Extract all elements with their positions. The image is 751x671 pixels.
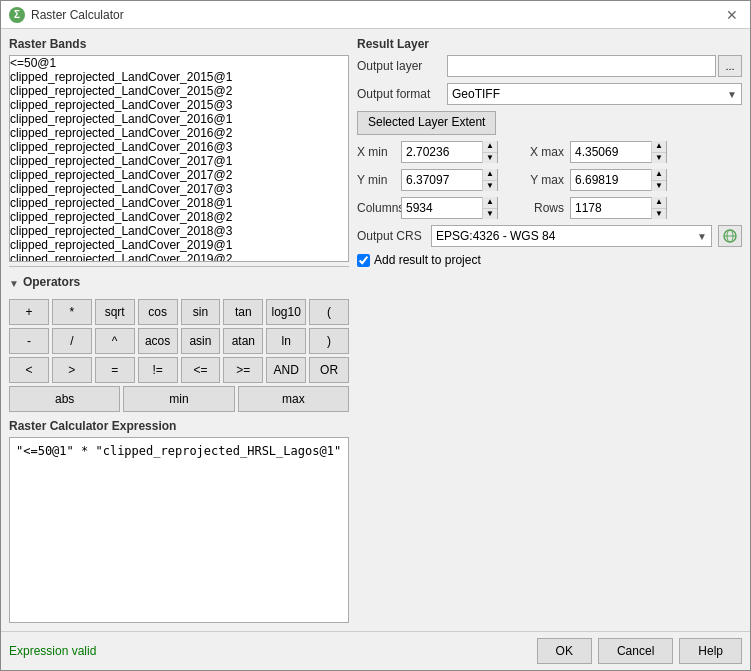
ok-button[interactable]: OK [537,638,592,664]
operator-button[interactable]: ) [309,328,349,354]
output-layer-input[interactable] [447,55,716,77]
rows-down[interactable]: ▼ [652,209,666,220]
crs-select-button[interactable] [718,225,742,247]
operator-button[interactable]: sin [181,299,221,325]
close-button[interactable]: ✕ [722,7,742,23]
operator-button[interactable]: != [138,357,178,383]
operators-header[interactable]: ▼ Operators [9,275,349,293]
xmin-down[interactable]: ▼ [483,153,497,164]
columns-input[interactable] [402,199,482,217]
operator-button[interactable]: <= [181,357,221,383]
output-layer-row: Output layer ... [357,55,742,77]
list-item[interactable]: clipped_reprojected_LandCover_2019@1 [10,238,348,252]
operator-button[interactable]: >= [223,357,263,383]
list-item[interactable]: clipped_reprojected_LandCover_2015@1 [10,70,348,84]
list-item[interactable]: clipped_reprojected_LandCover_2018@2 [10,210,348,224]
window-title: Raster Calculator [31,8,124,22]
list-item[interactable]: clipped_reprojected_LandCover_2016@2 [10,126,348,140]
operator-button[interactable]: AND [266,357,306,383]
ymax-down[interactable]: ▼ [652,181,666,192]
bottom-bar: Expression valid OK Cancel Help [1,631,750,670]
ymin-up[interactable]: ▲ [483,169,497,181]
crs-value: EPSG:4326 - WGS 84 [436,229,555,243]
operator-button[interactable]: ln [266,328,306,354]
list-item[interactable]: clipped_reprojected_LandCover_2016@1 [10,112,348,126]
list-item[interactable]: <=50@1 [10,56,348,70]
xmax-input-wrap: ▲ ▼ [570,141,667,163]
operator-button[interactable]: abs [9,386,120,412]
operator-button[interactable]: / [52,328,92,354]
rows-input[interactable] [571,199,651,217]
xmin-xmax-row: X min ▲ ▼ X max ▲ ▼ [357,141,742,163]
rows-up[interactable]: ▲ [652,197,666,209]
ymax-up[interactable]: ▲ [652,169,666,181]
xmax-down[interactable]: ▼ [652,153,666,164]
ymin-down[interactable]: ▼ [483,181,497,192]
operator-button[interactable]: acos [138,328,178,354]
main-content: Raster Bands <=50@1clipped_reprojected_L… [1,29,750,631]
right-panel: Result Layer Output layer ... Output for… [357,37,742,623]
columns-up[interactable]: ▲ [483,197,497,209]
expression-input[interactable]: "<=50@1" * "clipped_reprojected_HRSL_Lag… [9,437,349,624]
dialog-buttons: OK Cancel Help [537,638,742,664]
ymin-ymax-row: Y min ▲ ▼ Y max ▲ ▼ [357,169,742,191]
help-button[interactable]: Help [679,638,742,664]
ymin-spinners: ▲ ▼ [482,169,497,191]
list-item[interactable]: clipped_reprojected_LandCover_2019@2 [10,252,348,261]
expression-section: Raster Calculator Expression "<=50@1" * … [9,419,349,624]
list-item[interactable]: clipped_reprojected_LandCover_2015@3 [10,98,348,112]
operator-button[interactable]: OR [309,357,349,383]
crs-dropdown[interactable]: EPSG:4326 - WGS 84 ▼ [431,225,712,247]
columns-spinners: ▲ ▼ [482,197,497,219]
operator-button[interactable]: cos [138,299,178,325]
operator-button[interactable]: + [9,299,49,325]
add-result-label: Add result to project [374,253,481,267]
list-item[interactable]: clipped_reprojected_LandCover_2016@3 [10,140,348,154]
operator-button[interactable]: < [9,357,49,383]
operator-button[interactable]: sqrt [95,299,135,325]
operator-button[interactable]: log10 [266,299,306,325]
ymax-input[interactable] [571,171,651,189]
title-bar: Raster Calculator ✕ [1,1,750,29]
xmin-input[interactable] [402,143,482,161]
columns-input-wrap: ▲ ▼ [401,197,498,219]
operators-label: Operators [23,275,80,289]
cols-rows-row: Columns ▲ ▼ Rows ▲ ▼ [357,197,742,219]
operator-button[interactable]: > [52,357,92,383]
raster-bands-list[interactable]: <=50@1clipped_reprojected_LandCover_2015… [10,56,348,261]
xmax-input[interactable] [571,143,651,161]
list-item[interactable]: clipped_reprojected_LandCover_2018@3 [10,224,348,238]
list-item[interactable]: clipped_reprojected_LandCover_2017@2 [10,168,348,182]
operator-button[interactable]: tan [223,299,263,325]
operator-button[interactable]: ^ [95,328,135,354]
operator-button[interactable]: min [123,386,234,412]
list-item[interactable]: clipped_reprojected_LandCover_2018@1 [10,196,348,210]
expression-label: Raster Calculator Expression [9,419,349,433]
operator-button[interactable]: ( [309,299,349,325]
add-result-checkbox[interactable] [357,254,370,267]
operator-button[interactable]: asin [181,328,221,354]
xmin-up[interactable]: ▲ [483,141,497,153]
cancel-button[interactable]: Cancel [598,638,673,664]
rows-label: Rows [514,201,564,215]
list-item[interactable]: clipped_reprojected_LandCover_2015@2 [10,84,348,98]
list-item[interactable]: clipped_reprojected_LandCover_2017@3 [10,182,348,196]
browse-button[interactable]: ... [718,55,742,77]
xmax-spinners: ▲ ▼ [651,141,666,163]
operator-button[interactable]: - [9,328,49,354]
columns-down[interactable]: ▼ [483,209,497,220]
collapse-icon: ▼ [9,278,19,289]
extent-button[interactable]: Selected Layer Extent [357,111,496,135]
dropdown-arrow-icon: ▼ [727,89,737,100]
operator-button[interactable]: = [95,357,135,383]
output-format-row: Output format GeoTIFF ▼ [357,83,742,105]
operators-section: ▼ Operators +*sqrtcossintanlog10(-/^acos… [9,266,349,415]
list-item[interactable]: clipped_reprojected_LandCover_2017@1 [10,154,348,168]
operator-button[interactable]: atan [223,328,263,354]
rows-spinners: ▲ ▼ [651,197,666,219]
xmax-up[interactable]: ▲ [652,141,666,153]
output-format-dropdown[interactable]: GeoTIFF ▼ [447,83,742,105]
operator-button[interactable]: * [52,299,92,325]
ymin-input[interactable] [402,171,482,189]
operator-button[interactable]: max [238,386,349,412]
